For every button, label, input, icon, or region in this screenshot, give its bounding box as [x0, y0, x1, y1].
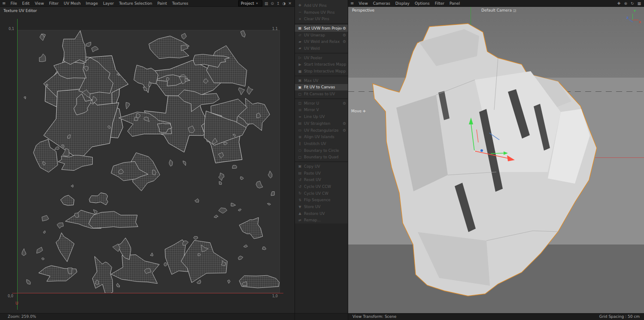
- menu-texture-selection[interactable]: Texture Selection: [116, 1, 155, 6]
- uv-corner-bottom-right: 1,0: [272, 294, 278, 298]
- menu-layer[interactable]: Layer: [100, 1, 116, 6]
- gear-icon[interactable]: ⚙: [343, 121, 346, 126]
- command-set-uvw-from-projection[interactable]: ▦Set UVW from Projection⚙: [295, 25, 348, 32]
- menu-edit[interactable]: Edit: [19, 1, 32, 6]
- viewport-column: ≡ ViewCamerasDisplayOptionsFilterPanel ✚…: [348, 0, 644, 320]
- view-mode-label[interactable]: Perspective: [352, 8, 374, 12]
- project-dropdown[interactable]: Project ▾: [238, 0, 262, 6]
- command-remove-uv-pins[interactable]: −Remove UV Pins: [295, 9, 348, 16]
- command-max-uv[interactable]: ▣Max UV: [295, 77, 348, 84]
- command-label: Cycle UV CCW: [304, 184, 346, 189]
- unstitch-uv-icon: ∥: [297, 142, 303, 145]
- mirror-v-icon: ⊟: [297, 108, 303, 112]
- command-remap[interactable]: ⇄Remap...: [295, 217, 348, 224]
- layout-icon[interactable]: ▦: [636, 1, 642, 6]
- uv-corner-bottom-left: 0,0: [8, 294, 13, 298]
- uv-canvas[interactable]: [17, 30, 280, 293]
- move-gizmo[interactable]: [348, 7, 644, 313]
- hamburger-icon[interactable]: ≡: [0, 1, 8, 6]
- hamburger-icon[interactable]: ≡: [348, 1, 356, 6]
- command-label: UV Weld: [304, 46, 346, 51]
- menu-options[interactable]: Options: [412, 1, 432, 6]
- command-unstitch-uv[interactable]: ∥Unstitch UV: [295, 140, 348, 147]
- menu-paint[interactable]: Paint: [155, 1, 169, 6]
- menu-display[interactable]: Display: [393, 1, 412, 6]
- pan-icon[interactable]: ✚: [616, 1, 622, 6]
- command-uv-unwrap[interactable]: ▱UV Unwrap⚙: [295, 32, 348, 39]
- uv-editor-column: ≡ FileEditViewFilterUV MeshImageLayerTex…: [0, 0, 295, 320]
- menu-file[interactable]: File: [8, 1, 19, 6]
- gear-icon[interactable]: ⚙: [343, 39, 346, 44]
- camera-label[interactable]: Default Camera ◲: [481, 8, 516, 12]
- uv-weld-and-relax-icon: ▰: [297, 40, 303, 44]
- uv-command-panel: ✚Add UV Pins−Remove UV Pins✕Clear UV Pin…: [295, 0, 348, 320]
- gear-icon[interactable]: ⚙: [343, 101, 346, 106]
- command-uv-peeler[interactable]: ▷UV Peeler: [295, 54, 348, 61]
- menu-filter[interactable]: Filter: [46, 1, 61, 6]
- command-boundary-to-circle[interactable]: ○Boundary to Circle: [295, 147, 348, 154]
- menu-panel[interactable]: Panel: [447, 1, 462, 6]
- zoom-icon[interactable]: ⊕: [623, 1, 629, 6]
- menu-view[interactable]: View: [32, 1, 46, 6]
- command-cycle-uv-ccw[interactable]: ↺Cycle UV CCW: [295, 183, 348, 190]
- uv-u-axis-line: [12, 293, 283, 293]
- active-tool-label: Move ✚: [351, 109, 366, 113]
- gear-icon[interactable]: ⚙: [343, 26, 346, 30]
- command-paste-uv[interactable]: ▤Paste UV: [295, 170, 348, 177]
- command-boundary-to-quad[interactable]: ▢Boundary to Quad: [295, 154, 348, 160]
- command-label: Boundary to Quad: [304, 155, 346, 159]
- command-reset-uv[interactable]: ↺Reset UV: [295, 177, 348, 184]
- command-mirror-u[interactable]: ◫Mirror U⚙: [295, 100, 348, 107]
- mirror-u-icon: ◫: [297, 101, 303, 105]
- uv-editor-toolbar: Project ▾ ▥⊙↥◑✕: [238, 0, 295, 6]
- triad-z-line: [629, 19, 633, 22]
- command-uv-rectangularize[interactable]: ▭UV Rectangularize⚙: [295, 127, 348, 134]
- command-cycle-uv-cw[interactable]: ↻Cycle UV CW: [295, 190, 348, 197]
- upload-icon[interactable]: ↥: [275, 1, 281, 6]
- boundary-to-circle-icon: ○: [297, 148, 303, 152]
- gear-icon[interactable]: ⚙: [343, 128, 346, 133]
- palette-icon[interactable]: ◑: [281, 1, 287, 6]
- lock-icon[interactable]: ⊙: [270, 1, 276, 6]
- close-icon[interactable]: ✕: [287, 1, 293, 6]
- viewport-3d[interactable]: Perspective Default Camera ◲ Move ✚ Y X …: [348, 7, 644, 313]
- uv-editor-menus: FileEditViewFilterUV MeshImageLayerTextu…: [8, 1, 191, 6]
- uv-editor-panel: Texture UV Editor 0,1 1,1 0,0 1,0 U: [0, 7, 295, 313]
- command-store-uv[interactable]: ▼Store UV: [295, 203, 348, 210]
- command-label: Mirror V: [304, 108, 346, 112]
- command-stop-interactive-mapping[interactable]: ■Stop Interactive Mapping: [295, 68, 348, 75]
- viewport-statusbar: View Transform: Scene Grid Spacing : 50 …: [348, 313, 644, 320]
- command-align-uv-islands[interactable]: ⊞Align UV Islands: [295, 133, 348, 140]
- menu-filter[interactable]: Filter: [432, 1, 447, 6]
- histogram-icon[interactable]: ▥: [263, 1, 270, 6]
- menu-textures[interactable]: Textures: [170, 1, 191, 6]
- command-mirror-v[interactable]: ⊟Mirror V: [295, 107, 348, 114]
- gear-icon[interactable]: ⚙: [343, 33, 346, 37]
- uv-editor-toolbar-icons: ▥⊙↥◑✕: [263, 1, 293, 6]
- rotate-icon[interactable]: ↻: [629, 1, 635, 6]
- fit-uv-to-canvas-icon: ▣: [297, 85, 303, 89]
- command-restore-uv[interactable]: ▲Restore UV: [295, 210, 348, 217]
- menu-cameras[interactable]: Cameras: [371, 1, 393, 6]
- command-copy-uv[interactable]: ▣Copy UV: [295, 163, 348, 170]
- start-interactive-mapping-icon: ▶: [297, 63, 303, 66]
- menu-uv-mesh[interactable]: UV Mesh: [61, 1, 83, 6]
- command-add-uv-pins[interactable]: ✚Add UV Pins: [295, 2, 348, 9]
- uv-weld-icon: ▰: [297, 46, 303, 50]
- menu-image[interactable]: Image: [83, 1, 100, 6]
- command-start-interactive-mapping[interactable]: ▶Start Interactive Mapping: [295, 61, 348, 68]
- command-label: Clear UV Pins: [304, 17, 346, 21]
- command-uv-weld-and-relax[interactable]: ▰UV Weld and Relax⚙: [295, 38, 348, 45]
- command-fit-canvas-to-uv[interactable]: ▢Fit Canvas to UV: [295, 91, 348, 97]
- command-flip-sequence[interactable]: ⇅Flip Sequence: [295, 197, 348, 204]
- uv-straighten-icon: ▤: [297, 121, 303, 125]
- camera-menu-icon[interactable]: ◲: [513, 9, 516, 12]
- command-uv-weld[interactable]: ▰UV Weld: [295, 45, 348, 52]
- command-clear-uv-pins[interactable]: ✕Clear UV Pins: [295, 15, 348, 22]
- uv-zoom-status: Zoom: 259.0%: [0, 313, 295, 320]
- menu-view[interactable]: View: [356, 1, 370, 6]
- command-line-up-uv[interactable]: ≡Line Up UV: [295, 113, 348, 120]
- command-uv-straighten[interactable]: ▤UV Straighten⚙: [295, 120, 348, 127]
- reset-uv-icon: ↺: [297, 178, 303, 182]
- command-fit-uv-to-canvas[interactable]: ▣Fit UV to Canvas: [295, 84, 348, 91]
